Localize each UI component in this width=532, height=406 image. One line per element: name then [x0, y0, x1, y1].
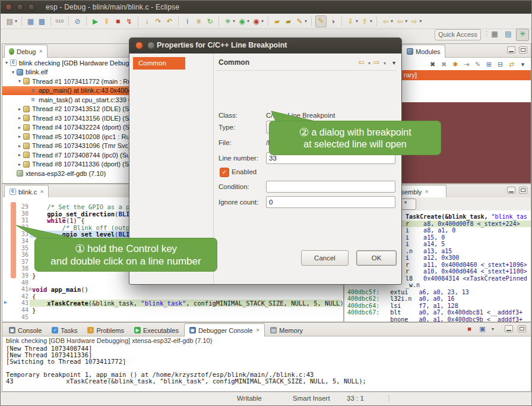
last-edit-button[interactable]: ⇩	[346, 16, 356, 27]
disconnect-button[interactable]: ↯	[124, 16, 134, 27]
tab-problems[interactable]: !Problems	[83, 324, 128, 336]
back-button[interactable]: ⇦	[381, 16, 391, 27]
back2-button-dropdown-icon[interactable]: ▾	[405, 18, 407, 24]
next-annotation-button-dropdown-icon[interactable]: ▾	[370, 18, 372, 24]
line-number[interactable]: 40	[18, 279, 28, 286]
debug-tree-item[interactable]: ▸Thread #4 1073432224 (dport) (Sus	[2, 123, 130, 132]
expander-icon[interactable]: ▸	[17, 125, 23, 130]
expander-icon[interactable]: ▸	[17, 115, 23, 121]
tab-console[interactable]: ▣Console	[4, 324, 46, 336]
cancel-button[interactable]: Cancel	[301, 250, 349, 266]
tab-tasks[interactable]: ✓Tasks	[47, 324, 82, 336]
debug-tree-item[interactable]: ≡main_task() at cpu_start.c:339 0x4	[2, 95, 130, 104]
expander-icon[interactable]: ▸	[17, 143, 23, 149]
view-menu-icon[interactable]: ▾	[392, 59, 395, 66]
save-all-button[interactable]: ▩	[37, 16, 47, 27]
close-icon[interactable]: ✕	[40, 189, 44, 194]
suspend-button[interactable]: ‖	[102, 16, 112, 27]
build-button[interactable]: 010	[55, 16, 65, 27]
line-number[interactable]: 45	[18, 314, 28, 320]
open-project-button[interactable]: ▰	[272, 16, 282, 27]
forward-dropdown-icon[interactable]: ▾	[384, 61, 386, 66]
ignore-count-input[interactable]	[266, 196, 395, 208]
debug-tree-item[interactable]: ▸Thread #2 1073413512 (IDLE) (Susp	[2, 105, 130, 114]
tab-executables[interactable]: ▶Executables	[129, 324, 183, 336]
expander-icon[interactable]: ▸	[17, 134, 23, 139]
close-icon[interactable]: ✕	[425, 189, 429, 194]
expander-icon[interactable]: ▾	[17, 78, 23, 84]
step-over-button[interactable]: ↷	[153, 16, 163, 27]
new-wizard-button[interactable]: ▤	[5, 16, 15, 27]
run-button-dropdown-icon[interactable]: ▾	[247, 18, 249, 24]
cpp-perspective-button[interactable]: ▤	[502, 29, 514, 40]
line-number[interactable]: 41	[18, 286, 28, 292]
show-variables-button[interactable]: i	[182, 16, 192, 27]
open-folder-button[interactable]: ▰	[283, 16, 293, 27]
tab-debugger-console[interactable]: ▣Debugger Console✕	[184, 323, 265, 336]
line-number[interactable]: 42	[18, 293, 28, 300]
new-connection-button-dropdown-icon[interactable]: ▾	[305, 18, 307, 24]
new-wizard-button-dropdown-icon[interactable]: ▾	[15, 18, 17, 24]
terminate-button[interactable]: ■	[113, 16, 123, 27]
tab-blink-c[interactable]: c blink.c ✕	[4, 185, 49, 198]
back-button-dropdown-icon[interactable]: ▾	[391, 18, 393, 24]
debug-tree-item[interactable]: ▸Thread #6 1073431096 (Tmr Svc) (S	[2, 141, 130, 150]
window-minimize-button[interactable]	[17, 4, 24, 11]
line-number[interactable]: 44	[18, 307, 28, 313]
step-into-button[interactable]: ↓	[142, 16, 152, 27]
expander-icon[interactable]: ▾	[4, 60, 10, 65]
forward-button-dropdown-icon[interactable]: ▾	[419, 18, 422, 24]
display-console-icon[interactable]: ▣	[477, 324, 487, 334]
clear-icon[interactable]: ✎	[473, 59, 483, 70]
window-maximize-button[interactable]	[28, 4, 35, 11]
close-icon[interactable]: ✕	[256, 328, 260, 333]
mark-occurrences-button[interactable]: ✎	[315, 15, 327, 27]
debug-tree-item[interactable]: ▸Thread #8 1073411336 (dport) (Sus	[2, 160, 130, 169]
last-edit-button-dropdown-icon[interactable]: ▾	[356, 18, 358, 24]
location-combo-dropdown-icon[interactable]: ▾	[404, 200, 407, 205]
line-number[interactable]: 37	[18, 259, 28, 265]
ok-button[interactable]: OK	[356, 250, 397, 266]
enabled-checkbox[interactable]: ✓	[220, 168, 229, 177]
open-perspective-button[interactable]: ▦	[489, 29, 501, 40]
resume-button[interactable]: ▶	[90, 16, 100, 27]
back2-button[interactable]: ⇦	[395, 16, 405, 27]
maximize-view-icon[interactable]	[518, 325, 526, 332]
debug-tree-item[interactable]: ▾blink.elf	[2, 68, 130, 77]
link-with-icon[interactable]: ⇄	[506, 59, 517, 70]
minimize-view-icon[interactable]	[507, 46, 515, 53]
forward-button[interactable]: ⇨	[409, 16, 419, 27]
debug-tree-item[interactable]: ▾cblink checking [GDB Hardware Debug	[2, 58, 130, 67]
condition-input[interactable]	[266, 181, 395, 193]
run-external-button-dropdown-icon[interactable]: ▾	[261, 18, 264, 24]
expander-icon[interactable]: ▸	[17, 152, 23, 158]
remove-all-modules-icon[interactable]: ✖	[439, 59, 449, 70]
skip-breakpoints-button[interactable]: ⊘	[72, 16, 83, 27]
debug-tree-item[interactable]: ▸Thread #7 1073408744 (ipc0) (Susp	[2, 150, 130, 159]
tab-debug[interactable]: Debug ✕	[4, 45, 48, 58]
back-dropdown-icon[interactable]: ▾	[368, 61, 370, 66]
collapse-all-icon[interactable]: ⊟	[495, 59, 505, 70]
line-number[interactable]: 38	[18, 265, 28, 272]
debug-tree-item[interactable]: ≡app_main() at blink.c:43 0x400db	[2, 86, 130, 95]
expander-icon[interactable]: ▾	[10, 70, 16, 75]
maximize-view-icon[interactable]	[519, 46, 527, 53]
console-dropdown-icon[interactable]: ▾	[492, 326, 494, 332]
window-close-button[interactable]	[5, 4, 12, 11]
load-symbols-icon[interactable]: ✱	[450, 59, 460, 70]
goto-file-icon[interactable]: ⇥	[461, 59, 471, 70]
debug-tree-item[interactable]: xtensa-esp32-elf-gdb (7.10)	[2, 169, 130, 178]
minimize-view-icon[interactable]	[505, 325, 513, 332]
new-connection-button[interactable]: ✎	[294, 16, 305, 27]
line-number[interactable]: 30	[18, 210, 28, 217]
forward-arrow-icon[interactable]: ⇨	[373, 58, 380, 67]
debug-tree-item[interactable]: ▸Thread #5 1073410208 (ipc1 : Runni	[2, 132, 130, 141]
remove-module-icon[interactable]: ✖	[428, 59, 438, 70]
dialog-sidebar-item-common[interactable]: Common	[133, 57, 185, 70]
debug-tree-item[interactable]: ▸Thread #3 1073413156 (IDLE) (Susp	[2, 114, 130, 122]
dialog-minimize-button[interactable]	[147, 42, 155, 49]
expander-icon[interactable]: ▸	[17, 162, 23, 167]
run-external-button[interactable]: ◉	[251, 16, 261, 27]
restart-button[interactable]: ↻	[205, 16, 215, 27]
save-button[interactable]: ▦	[26, 16, 36, 27]
